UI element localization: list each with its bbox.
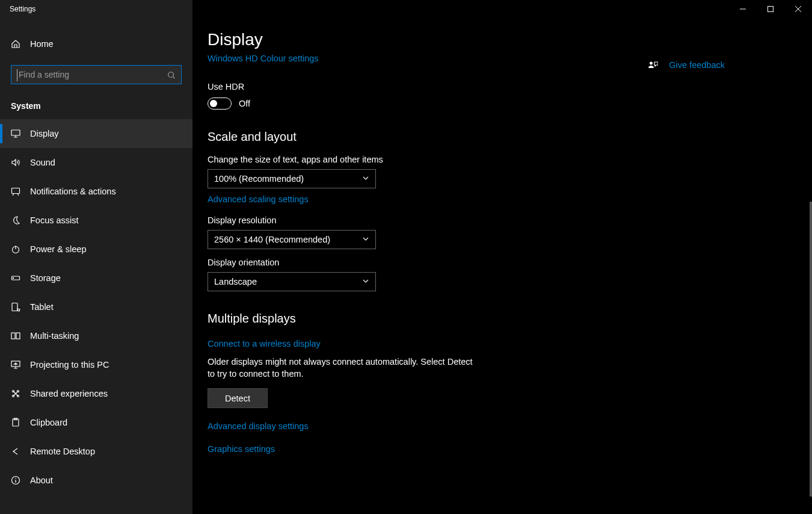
multitasking-icon	[11, 331, 20, 341]
resolution-dropdown[interactable]: 2560 × 1440 (Recommended)	[208, 230, 376, 249]
svg-point-18	[650, 62, 653, 65]
sidebar-item-storage[interactable]: Storage	[0, 264, 192, 293]
scale-layout-heading: Scale and layout	[208, 130, 788, 144]
sidebar-item-label: Sound	[30, 158, 55, 167]
search-input[interactable]	[11, 65, 182, 84]
detect-button[interactable]: Detect	[208, 388, 268, 408]
about-icon	[11, 475, 20, 485]
sidebar-item-label: Multi-tasking	[30, 331, 79, 341]
feedback-icon	[648, 60, 658, 70]
chevron-down-icon	[362, 173, 369, 184]
sidebar-item-label: Display	[30, 129, 59, 138]
sidebar-item-label: About	[30, 475, 53, 485]
sidebar-item-label: Power & sleep	[30, 244, 87, 254]
svg-rect-6	[12, 303, 17, 311]
svg-rect-7	[11, 333, 15, 339]
svg-rect-2	[12, 188, 20, 194]
svg-point-0	[168, 72, 174, 78]
sidebar-item-power-sleep[interactable]: Power & sleep	[0, 235, 192, 264]
sidebar-item-tablet[interactable]: Tablet	[0, 293, 192, 321]
sidebar-home-label: Home	[30, 39, 54, 49]
sound-icon	[11, 158, 20, 167]
sidebar-item-multitasking[interactable]: Multi-tasking	[0, 321, 192, 350]
sidebar-nav: DisplaySoundNotifications & actionsFocus…	[0, 119, 192, 495]
chevron-down-icon	[362, 276, 369, 287]
text-caret	[17, 69, 17, 81]
storage-icon	[11, 273, 20, 283]
tablet-icon	[11, 302, 20, 312]
sidebar-item-sound[interactable]: Sound	[0, 148, 192, 177]
page-title: Display	[208, 30, 788, 49]
search-icon	[167, 70, 176, 80]
sidebar-item-label: Focus assist	[30, 215, 79, 225]
give-feedback[interactable]: Give feedback	[648, 60, 725, 70]
wireless-display-link[interactable]: Connect to a wireless display	[208, 339, 321, 348]
remote-desktop-icon	[11, 447, 20, 456]
use-hdr-label: Use HDR	[208, 82, 788, 91]
sidebar-home[interactable]: Home	[0, 30, 192, 58]
svg-rect-8	[16, 333, 20, 339]
sidebar-item-label: Notifications & actions	[30, 187, 116, 196]
advanced-display-link[interactable]: Advanced display settings	[208, 421, 788, 431]
maximize-button[interactable]	[757, 0, 784, 18]
sidebar-item-about[interactable]: About	[0, 466, 192, 495]
scale-dropdown[interactable]: 100% (Recommended)	[208, 169, 376, 188]
use-hdr-state: Off	[239, 99, 250, 108]
scale-value: 100% (Recommended)	[214, 174, 304, 184]
orientation-dropdown[interactable]: Landscape	[208, 272, 376, 291]
svg-rect-1	[11, 130, 20, 135]
minimize-button[interactable]	[729, 0, 757, 18]
main-content: Display Windows HD Colour settings Use H…	[192, 0, 812, 514]
scrollbar[interactable]	[810, 202, 812, 497]
chevron-down-icon	[362, 234, 369, 245]
sidebar-item-label: Projecting to this PC	[30, 360, 109, 370]
resolution-label: Display resolution	[208, 215, 788, 225]
advanced-scaling-link[interactable]: Advanced scaling settings	[208, 194, 309, 204]
sidebar-item-shared-exp[interactable]: Shared experiences	[0, 379, 192, 408]
sidebar-item-label: Storage	[30, 273, 61, 283]
notifications-icon	[11, 187, 20, 196]
svg-point-17	[15, 478, 16, 478]
sidebar-item-notifications[interactable]: Notifications & actions	[0, 177, 192, 206]
sidebar-item-label: Remote Desktop	[30, 447, 95, 456]
svg-point-5	[13, 277, 13, 278]
scale-label: Change the size of text, apps and other …	[208, 155, 788, 164]
sidebar-item-display[interactable]: Display	[0, 119, 192, 148]
resolution-value: 2560 × 1440 (Recommended)	[214, 235, 330, 244]
window-controls	[729, 0, 812, 18]
power-sleep-icon	[11, 244, 20, 254]
sidebar-item-label: Tablet	[30, 302, 54, 312]
shared-exp-icon	[11, 389, 20, 398]
svg-rect-19	[768, 7, 774, 12]
multiple-displays-heading: Multiple displays	[208, 312, 788, 326]
sidebar-item-label: Shared experiences	[30, 389, 108, 398]
orientation-label: Display orientation	[208, 258, 788, 267]
focus-assist-icon	[11, 215, 20, 225]
sidebar-category: System	[0, 84, 192, 119]
sidebar-item-projecting[interactable]: Projecting to this PC	[0, 350, 192, 379]
detect-description: Older displays might not always connect …	[208, 356, 478, 380]
use-hdr-toggle[interactable]	[208, 98, 232, 110]
home-icon	[11, 39, 20, 49]
give-feedback-label: Give feedback	[669, 60, 725, 70]
sidebar-item-remote-desktop[interactable]: Remote Desktop	[0, 437, 192, 466]
window-title: Settings	[0, 0, 192, 18]
graphics-settings-link[interactable]: Graphics settings	[208, 444, 788, 454]
sidebar-item-label: Clipboard	[30, 418, 67, 427]
hd-colour-link[interactable]: Windows HD Colour settings	[208, 54, 319, 63]
sidebar-item-focus-assist[interactable]: Focus assist	[0, 206, 192, 235]
clipboard-icon	[11, 418, 20, 427]
display-icon	[11, 129, 20, 138]
close-button[interactable]	[784, 0, 812, 18]
sidebar: Settings Home System DisplaySoundNotific…	[0, 0, 192, 514]
sidebar-item-clipboard[interactable]: Clipboard	[0, 408, 192, 437]
orientation-value: Landscape	[214, 277, 257, 286]
projecting-icon	[11, 360, 20, 370]
